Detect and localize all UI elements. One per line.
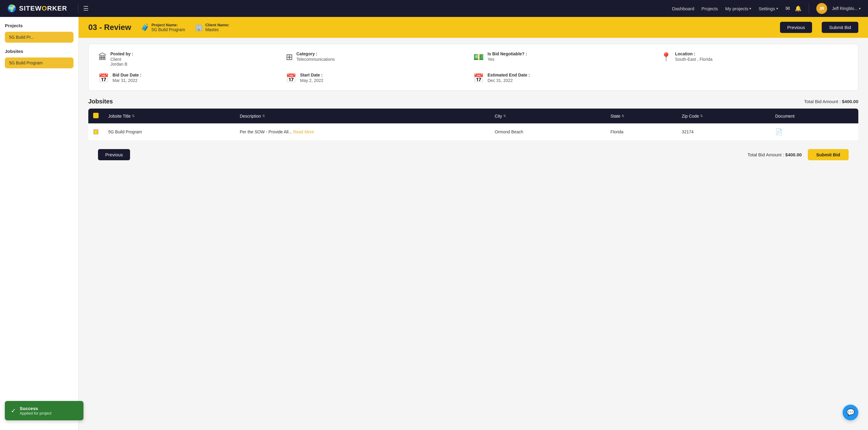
mail-icon[interactable]: ✉ [785,5,790,12]
posted-by-role: Client [111,57,133,62]
topnav-icons: ✉ 🔔 JR Jeff Ringblo... ▾ [785,3,861,14]
cell-city: Ormond Beach [490,123,606,141]
cell-zip: 32174 [677,123,770,141]
client-icon: 🏢 [195,24,203,31]
client-name-label: Client Name: [205,23,229,27]
posted-by-icon: 🏛 [98,52,107,62]
end-date-icon: 📅 [473,73,484,83]
location-value: South-East , Florida [675,57,713,62]
start-date-value: May 2, 2022 [300,78,323,83]
checkbox-check-icon: ✓ [94,130,97,134]
submit-bid-button-bottom[interactable]: Submit Bid [808,149,849,160]
vdivider [809,4,809,13]
category-label: Category : [297,52,335,56]
user-menu[interactable]: Jeff Ringblo... ▾ [832,6,861,11]
nav-dashboard[interactable]: Dashboard [672,6,694,11]
logo[interactable]: 🌍 SITEWORKER [7,4,67,13]
table-row: ✓ 5G Build Program Per the SOW - Provide… [88,123,858,141]
read-more-link[interactable]: Read More [293,129,314,134]
posted-by-name: Jordan B [111,62,133,66]
sort-zip: ⇅ [700,114,703,118]
jobsites-header: Jobsites Total Bid Amount : $400.00 [88,98,858,105]
success-toast: ✓ Success Applied for project [5,401,84,420]
project-meta: 🧳 Project Name: 5G Build Program [141,23,185,32]
toast-message: Applied for project [20,411,52,416]
location-item: 📍 Location : South-East , Florida [661,52,848,66]
bottom-bar: Previous Total Bid Amount : $400.00 Subm… [88,143,858,166]
th-city[interactable]: City ⇅ [490,109,606,123]
sidebar-item-5g-build-pr[interactable]: 5G Build Pr... [5,32,73,43]
hamburger-menu[interactable]: ☰ [83,5,89,12]
header-checkbox[interactable] [93,113,99,118]
chat-fab[interactable]: 💬 [843,405,858,420]
main-content: 03 - Review 🧳 Project Name: 5G Build Pro… [79,17,868,430]
category-item: ⊞ Category : Telecommunications [286,52,473,66]
cell-document: 📄 [770,123,858,141]
bid-negotiable-icon: 💵 [473,52,484,62]
my-projects-arrow: ▾ [749,7,751,10]
bid-due-icon: 📅 [98,73,109,83]
posted-by-label: Posted by : [111,52,133,56]
submit-bid-button-top[interactable]: Submit Bid [822,22,858,33]
total-bid-amount-bottom: Total Bid Amount : $400.00 [748,152,802,157]
bid-due-item: 📅 Bid Due Date : Mar 31, 2022 [98,72,286,83]
jobsites-title: Jobsites [88,98,113,105]
logo-text: SITEWORKER [19,4,67,12]
client-meta: 🏢 Client Name: Mastec [195,23,229,32]
bottom-right: Total Bid Amount : $400.00 Submit Bid [748,149,849,160]
nav-settings[interactable]: Settings ▾ [758,6,778,11]
end-date-label: Estimated End Date : [488,72,530,78]
previous-button-bottom[interactable]: Previous [98,149,130,160]
sidebar-jobsites-label: Jobsites [5,49,73,54]
posted-by-item: 🏛 Posted by : Client Jordan B [98,52,286,66]
bid-negotiable-value: Yes [488,57,527,62]
user-arrow: ▾ [859,7,861,10]
previous-button-top[interactable]: Previous [780,22,812,33]
nav-projects[interactable]: Projects [702,6,718,11]
content-area: 🏛 Posted by : Client Jordan B ⊞ Category… [79,38,868,172]
location-icon: 📍 [661,52,672,62]
th-zip[interactable]: Zip Code ⇅ [677,109,770,123]
chat-icon: 💬 [846,408,855,417]
th-document: Document [770,109,858,123]
page-step-title: 03 - Review [88,23,131,32]
th-checkbox [88,109,103,123]
sort-description: ⇅ [262,114,265,118]
project-icon: 🧳 [141,24,149,31]
bid-due-value: Mar 31, 2022 [113,78,142,83]
row-checkbox[interactable]: ✓ [93,129,99,134]
document-icon[interactable]: 📄 [775,128,783,135]
topnav: 🌍 SITEWORKER ☰ Dashboard Projects My pro… [0,0,868,17]
cell-description: Per the SOW - Provide All... Read More [235,123,490,141]
th-state[interactable]: State ⇅ [606,109,677,123]
info-card: 🏛 Posted by : Client Jordan B ⊞ Category… [88,44,858,91]
start-date-item: 📅 Start Date : May 2, 2022 [286,72,473,83]
bid-due-label: Bid Due Date : [113,72,142,78]
th-jobsite-title[interactable]: Jobsite Title ⇅ [103,109,235,123]
location-label: Location : [675,52,713,56]
jobsites-table: Jobsite Title ⇅ Description ⇅ [88,109,858,141]
sort-city: ⇅ [503,114,506,118]
bid-negotiable-label: Is Bid Negotiable? : [488,52,527,56]
th-description[interactable]: Description ⇅ [235,109,490,123]
bid-negotiable-item: 💵 Is Bid Negotiable? : Yes [473,52,661,66]
sidebar-item-5g-build-program[interactable]: 5G Build Program [5,57,73,68]
toast-title: Success [20,406,52,411]
total-bid-amount-top: Total Bid Amount : $400.00 [804,99,858,104]
table-header-row: Jobsite Title ⇅ Description ⇅ [88,109,858,123]
start-date-icon: 📅 [286,73,297,83]
settings-arrow: ▾ [776,7,778,10]
category-icon: ⊞ [286,52,293,62]
sort-state: ⇅ [621,114,624,118]
bell-icon[interactable]: 🔔 [795,5,802,12]
end-date-value: Dec 31, 2022 [488,78,530,83]
nav-my-projects[interactable]: My projects ▾ [725,6,751,11]
sort-jobsite-title: ⇅ [132,114,134,118]
client-name-value: Mastec [205,27,229,32]
avatar[interactable]: JR [816,3,827,14]
logo-icon: 🌍 [7,4,17,13]
sidebar-projects-label: Projects [5,23,73,28]
app-layout: Projects 5G Build Pr... Jobsites 5G Buil… [0,0,868,430]
project-name-label: Project Name: [152,23,185,27]
cell-jobsite-title: 5G Build Program [103,123,235,141]
